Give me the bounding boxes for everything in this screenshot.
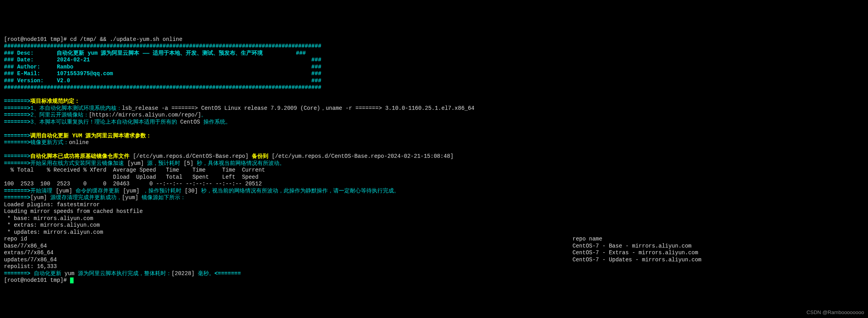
install-msg: 开始采用在线方式安装阿里云镜像加速 (30, 160, 127, 166)
arrow-marker: =======> (4, 153, 30, 159)
clean-msg: 开始清理 (30, 188, 55, 194)
repo-row-id: extras/7/x86_64 (4, 250, 54, 256)
mode-value: online (69, 139, 89, 146)
banner-desc: ### Desc: 自动化更新 yum 源为阿里云脚本 —— 适用于本地、开发、… (4, 50, 306, 56)
watermark: CSDN @Ramboooooooo (807, 309, 864, 316)
backup-src-path: [/etc/yum.repos.d/CentOS-Base.repo] (133, 153, 249, 159)
repo-row-name: CentOS-7 - Base - mirrors.aliyun.com (573, 243, 691, 249)
banner-hashline: ########################################… (4, 84, 321, 91)
shell-prompt-line: [root@node101 tmp]# cd /tmp/ && ./update… (4, 36, 183, 43)
banner-version: ### Version: V2.0 ### (4, 78, 321, 84)
arrow-marker: =======> (4, 270, 30, 277)
repo-row-name: CentOS-7 - Updates - mirrors.aliyun.com (573, 257, 702, 263)
section-title-standards: 项目标准规范约定： (30, 98, 80, 104)
repo-row-id: base/7/x86_64 (4, 243, 47, 249)
section-title-params: 调用自动化更新 YUM 源为阿里云脚本请求参数： (30, 133, 151, 139)
loading-mirrors: Loading mirror speeds from cached hostfi… (4, 208, 143, 214)
elapsed-ms: [20228] (172, 270, 195, 277)
repo-header-id: repo id (4, 236, 27, 242)
curl-header-1: % Total % Received % Xferd Average Speed… (4, 167, 265, 173)
terminal-output[interactable]: [root@node101 tmp]# cd /tmp/ && ./update… (4, 29, 864, 284)
arrow-marker: =======> (4, 105, 30, 111)
banner-author: ### Author: Rambo ### (4, 64, 321, 70)
arrow-marker: =======> (4, 139, 30, 146)
mirror-extras: * extras: mirrors.aliyun.com (4, 222, 100, 228)
banner-email: ### E-Mail: 1071553975@qq.com ### (4, 70, 321, 77)
repo-row-name: CentOS-7 - Extras - mirrors.aliyun.com (573, 250, 698, 256)
repo-row-id: updates/7/x86_64 (4, 257, 57, 263)
std-line-3-text: 3、本脚本可以重复执行！理论上本自动化脚本适用于所有的 (30, 119, 180, 125)
backup-msg-a: 自动化脚本已成功将原基础镜像仓库文件 (30, 153, 133, 159)
arrow-marker: =======> (4, 98, 30, 104)
arrow-marker: =======> (4, 194, 30, 201)
repolist-total: repolist: 16,333 (4, 263, 57, 270)
mirror-updates: * updates: mirrors.aliyun.com (4, 229, 103, 235)
arrow-marker: =======> (4, 119, 30, 125)
mirror-base: * base: mirrors.aliyun.com (4, 215, 93, 222)
backup-dest-path: [/etc/yum.repos.d/CentOS-Base.repo-2024-… (272, 153, 454, 159)
done-msg: 源缓存清理完成并更新成功， (47, 194, 122, 201)
std-line-2-url: [https://mirrors.aliyun.com/repo/] (89, 112, 201, 118)
curl-header-2: Dload Upload Total Spent Left Speed (4, 174, 259, 180)
cursor (70, 277, 74, 283)
std-line-1-text: 1、本自动化脚本测试环境系统内核： (30, 105, 122, 111)
arrow-marker: =======> (4, 133, 30, 139)
arrow-marker: =======> (4, 112, 30, 118)
arrow-marker: =======> (4, 160, 30, 166)
loaded-plugins: Loaded plugins: fastestmirror (4, 202, 100, 208)
arrow-marker: =======> (4, 188, 30, 194)
rev-arrow-marker: <======= (214, 270, 241, 277)
repo-header-name: repo name (573, 236, 602, 242)
curl-progress-line: 100 2523 100 2523 0 0 20463 0 --:--:-- -… (4, 181, 262, 187)
finish-msg: 自动化更新 (30, 270, 65, 277)
std-line-2-text: 2、阿里云开源镜像站： (30, 112, 89, 118)
shell-prompt[interactable]: [root@node101 tmp]# (4, 277, 70, 283)
banner-hashline: ########################################… (4, 43, 321, 49)
banner-date: ### Date: 2024-02-21 ### (4, 57, 321, 63)
std-line-1-value: lsb_release -a =======> CentOS Linux rel… (122, 105, 475, 111)
std-line-3-os: CentOS (180, 119, 200, 125)
mode-label: 镜像更新方式： (30, 139, 69, 146)
